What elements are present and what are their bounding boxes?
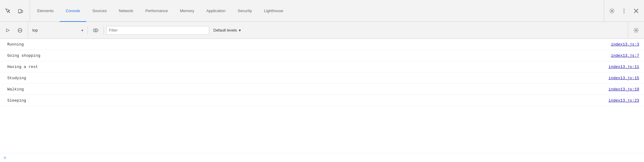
console-output: Runningindex13.js:3Going shoppingindex13… bbox=[0, 39, 644, 153]
filter-input[interactable] bbox=[106, 26, 209, 35]
context-selector[interactable]: top ▼ bbox=[31, 26, 85, 35]
tab-application[interactable]: Application bbox=[200, 0, 232, 22]
tab-network[interactable]: Network bbox=[113, 0, 140, 22]
default-levels-button[interactable]: Default levels ▼ bbox=[210, 26, 245, 35]
console-row-source[interactable]: index13.js:11 bbox=[606, 61, 644, 72]
tab-console[interactable]: Console bbox=[60, 0, 86, 22]
svg-point-14 bbox=[95, 29, 97, 31]
svg-point-4 bbox=[611, 10, 613, 12]
tab-sources[interactable]: Sources bbox=[86, 0, 113, 22]
console-row: Having a restindex13.js:11 bbox=[0, 61, 644, 73]
console-toolbar-right bbox=[628, 22, 642, 39]
console-row-text: Having a rest bbox=[0, 61, 606, 72]
console-row-text: Running bbox=[0, 39, 608, 50]
console-row: Studyingindex13.js:15 bbox=[0, 73, 644, 84]
console-settings-icon[interactable] bbox=[631, 25, 642, 36]
inspect-element-icon[interactable] bbox=[2, 5, 13, 16]
tab-elements[interactable]: Elements bbox=[31, 0, 60, 22]
svg-point-7 bbox=[624, 12, 625, 13]
devtools-toolbar-icons bbox=[2, 0, 30, 22]
svg-point-13 bbox=[93, 29, 98, 32]
close-devtools-icon[interactable] bbox=[631, 5, 642, 16]
console-row-source[interactable]: index13.js:19 bbox=[606, 84, 644, 95]
svg-rect-2 bbox=[21, 10, 23, 12]
console-row-source[interactable]: index13.js:23 bbox=[606, 95, 644, 106]
svg-marker-10 bbox=[6, 29, 9, 32]
svg-point-5 bbox=[624, 8, 625, 9]
tab-performance[interactable]: Performance bbox=[139, 0, 174, 22]
console-row-source[interactable]: index13.js:3 bbox=[608, 39, 644, 50]
eye-icon[interactable] bbox=[90, 25, 101, 36]
default-levels-chevron-icon: ▼ bbox=[238, 29, 242, 32]
tab-security[interactable]: Security bbox=[232, 0, 258, 22]
settings-icon[interactable] bbox=[606, 5, 617, 16]
console-toolbar: top ▼ Default levels ▼ bbox=[0, 22, 644, 39]
context-select[interactable]: top bbox=[31, 28, 85, 32]
tab-memory[interactable]: Memory bbox=[174, 0, 200, 22]
clear-console-icon[interactable] bbox=[15, 25, 25, 36]
separator bbox=[87, 26, 88, 35]
separator2 bbox=[104, 26, 104, 35]
console-row: Going shoppingindex13.js:7 bbox=[0, 50, 644, 61]
console-row: Walkingindex13.js:19 bbox=[0, 84, 644, 95]
console-row-source[interactable]: index13.js:15 bbox=[606, 73, 644, 83]
console-toolbar-left bbox=[2, 22, 28, 39]
console-row-source[interactable]: index13.js:7 bbox=[608, 50, 644, 61]
svg-point-15 bbox=[636, 29, 637, 31]
device-toolbar-icon[interactable] bbox=[15, 5, 26, 16]
console-row: Sleepingindex13.js:23 bbox=[0, 95, 644, 106]
console-row-text: Going shopping bbox=[0, 50, 608, 61]
console-row-text: Sleeping bbox=[0, 95, 606, 106]
prompt-row[interactable]: > bbox=[0, 153, 644, 162]
more-options-icon[interactable] bbox=[619, 5, 629, 16]
prompt-chevron-icon: > bbox=[4, 155, 6, 160]
tab-bar-right bbox=[604, 0, 642, 22]
console-row: Runningindex13.js:3 bbox=[0, 39, 644, 50]
svg-point-6 bbox=[624, 10, 625, 11]
tab-lighthouse[interactable]: Lighthouse bbox=[258, 0, 289, 22]
run-script-icon[interactable] bbox=[2, 25, 13, 36]
console-row-text: Studying bbox=[0, 73, 606, 83]
console-row-text: Walking bbox=[0, 84, 606, 95]
tab-bar: Elements Console Sources Network Perform… bbox=[0, 0, 644, 22]
svg-line-0 bbox=[8, 11, 10, 13]
